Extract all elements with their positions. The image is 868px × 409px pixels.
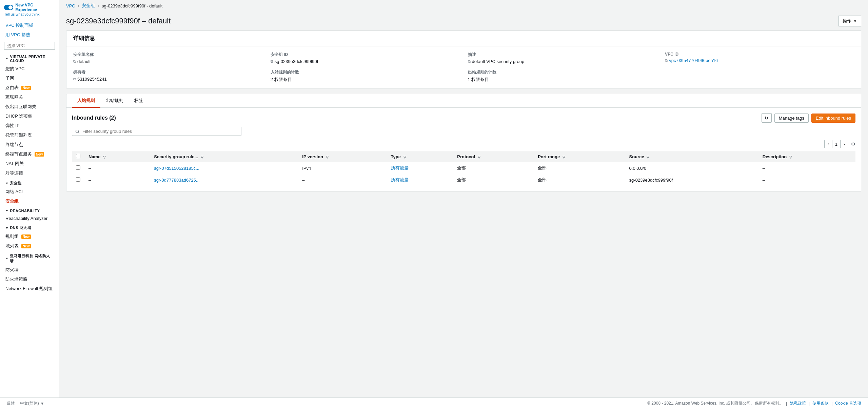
th-checkbox (72, 151, 84, 162)
new-vpc-subtitle-link[interactable]: Tell us what you think (4, 12, 55, 16)
th-port-range: Port range ▽ (534, 151, 625, 162)
manage-tags-button[interactable]: Manage tags (774, 114, 809, 123)
new-vpc-toggle[interactable] (4, 5, 13, 10)
detail-inbound-count-label: 入站规则的计数 (271, 69, 460, 75)
footer-divider-3: | (831, 401, 832, 406)
next-page-button[interactable]: › (840, 140, 848, 148)
tab-tags[interactable]: 标签 (129, 94, 149, 108)
sidebar-item-igw[interactable]: 互联网关 (0, 93, 59, 102)
owner-text: 531092545241 (77, 77, 107, 82)
sidebar-item-firewalls[interactable]: 防火墙 (0, 265, 59, 274)
row-type-0[interactable]: 所有流量 (387, 162, 453, 174)
sidebar-item-route-tables[interactable]: 路由表 New (0, 83, 59, 93)
refresh-icon: ↻ (765, 116, 768, 121)
footer-lang-selector[interactable]: 反馈 中文(简体) ▼ (7, 401, 44, 406)
sort-icon-source: ▽ (647, 155, 649, 159)
sidebar-item-rule-groups[interactable]: 规则组 New (0, 232, 59, 241)
actions-label: 操作 (843, 18, 851, 24)
rules-table: Name ▽ Security group rule... ▽ IP versi… (72, 151, 855, 186)
sidebar-item-eip[interactable]: 弹性 IP (0, 121, 59, 130)
refresh-button[interactable]: ↻ (762, 113, 772, 123)
th-protocol: Protocol ▽ (453, 151, 534, 162)
th-name: Name ▽ (84, 151, 150, 162)
actions-button[interactable]: 操作 ▼ (838, 16, 861, 26)
vpc-search (0, 40, 59, 52)
chevron-down-icon: ▼ (853, 19, 857, 23)
detail-outbound-count-value: 1 权限条目 (468, 77, 657, 83)
detail-sg-id-value: ⧉ sg-0239e3dcfc999f90f (271, 59, 460, 64)
rules-header: Inbound rules (2) ↻ Manage tags Edit inb… (72, 113, 855, 123)
sidebar-item-nacl[interactable]: 网络 ACL (0, 187, 59, 197)
footer: 反馈 中文(简体) ▼ © 2008 - 2021, Amazon Web Se… (0, 397, 868, 409)
table-row: – sgr-07d5150528185c... IPv4 所有流量 全部 全部 … (72, 162, 855, 174)
sidebar-item-prefix-lists[interactable]: 托管前缀列表 (0, 130, 59, 140)
badge-new-domain: New (21, 244, 31, 248)
sidebar-item-peering[interactable]: 对等连接 (0, 168, 59, 178)
prev-page-button[interactable]: ‹ (824, 140, 832, 148)
sidebar-item-security-groups[interactable]: 安全组 (0, 197, 59, 206)
detail-vpc-id-label: VPC ID (665, 52, 854, 57)
sidebar-item-your-vpcs[interactable]: 您的 VPC (0, 64, 59, 74)
sidebar-collapse-toggle[interactable]: ‹ (59, 195, 59, 203)
row-description-0: – (758, 162, 855, 174)
sidebar-item-endpoint-services[interactable]: 终端节点服务 New (0, 149, 59, 159)
detail-sg-id-label: 安全组 ID (271, 52, 460, 58)
rules-actions: ↻ Manage tags Edit inbound rules (762, 113, 855, 123)
tab-outbound-rules[interactable]: 出站规则 (100, 94, 129, 108)
row-ip-version-0: IPv4 (298, 162, 387, 174)
row-protocol-1: 全部 (453, 174, 534, 186)
edit-inbound-rules-button[interactable]: Edit inbound rules (811, 114, 855, 123)
description-text: default VPC security group (472, 59, 525, 64)
row-checkbox-0[interactable] (76, 165, 80, 170)
rules-section: Inbound rules (2) ↻ Manage tags Edit inb… (66, 108, 861, 191)
detail-description-value: ⧉ default VPC security group (468, 59, 657, 64)
copy-icon-sgid[interactable]: ⧉ (271, 59, 273, 64)
sidebar-item-vpc-dashboard[interactable]: VPC 控制面板 (0, 21, 59, 30)
copy-icon-desc[interactable]: ⧉ (468, 59, 471, 64)
sidebar-item-dhcp[interactable]: DHCP 选项集 (0, 111, 59, 121)
table-row: – sgr-0d777883ad6725... – 所有流量 全部 全部 sg-… (72, 174, 855, 186)
tab-inbound-rules[interactable]: 入站规则 (72, 94, 100, 108)
row-name-1: – (84, 174, 150, 186)
row-checkbox-1[interactable] (76, 177, 80, 182)
sidebar-item-domain-lists[interactable]: 域列表 New (0, 241, 59, 251)
footer-cookie-link[interactable]: Cookie 首选项 (835, 401, 861, 406)
breadcrumb-security-groups[interactable]: 安全组 (82, 3, 95, 9)
copy-icon-vpcid[interactable]: ⧉ (665, 58, 668, 63)
sidebar-item-reachability-analyzer[interactable]: Reachability Analyzer (0, 214, 59, 223)
vpc-id-link[interactable]: vpc-03f547704996bea16 (669, 58, 718, 63)
sidebar-item-egress-igw[interactable]: 仅出口互联网关 (0, 102, 59, 111)
copy-icon-owner[interactable]: ⧉ (73, 77, 76, 81)
detail-description-label: 描述 (468, 52, 657, 58)
select-all-checkbox[interactable] (76, 154, 80, 158)
sidebar-item-nat[interactable]: NAT 网关 (0, 159, 59, 168)
footer-privacy-link[interactable]: 隐私政策 (790, 401, 806, 406)
sidebar-item-endpoints[interactable]: 终端节点 (0, 140, 59, 149)
table-settings-icon[interactable]: ⚙ (851, 141, 855, 147)
vpc-search-input[interactable] (4, 42, 55, 50)
sidebar-nav: VPC 控制面板 用 VPC 筛选 VIRTUAL PRIVATE CLOUD … (0, 19, 59, 295)
lang-chevron-icon: ▼ (40, 401, 44, 406)
detail-description: 描述 ⧉ default VPC security group (468, 52, 657, 64)
details-grid: 安全组名称 ⧉ default 安全组 ID ⧉ sg-0239e3dcfc99… (73, 52, 854, 83)
rules-title: Inbound rules (2) (72, 115, 116, 121)
th-type: Type ▽ (387, 151, 453, 162)
filter-input[interactable] (72, 127, 241, 136)
row-description-1: – (758, 174, 855, 186)
th-description: Description ▽ (758, 151, 855, 162)
row-type-1[interactable]: 所有流量 (387, 174, 453, 186)
row-rule-id-1[interactable]: sgr-0d777883ad6725... (150, 174, 298, 186)
sidebar-section-security: 安全性 (0, 178, 59, 187)
sidebar-item-vpc-filter[interactable]: 用 VPC 筛选 (0, 30, 59, 40)
sidebar-item-network-firewall-rules[interactable]: Network Firewall 规则组 (0, 284, 59, 293)
breadcrumb-vpc[interactable]: VPC (66, 3, 75, 8)
sidebar-item-firewall-policy[interactable]: 防火墙策略 (0, 274, 59, 284)
footer-terms-link[interactable]: 使用条款 (812, 401, 829, 406)
sidebar-item-subnets[interactable]: 子网 (0, 74, 59, 83)
row-source-0: 0.0.0.0/0 (625, 162, 758, 174)
row-rule-id-0[interactable]: sgr-07d5150528185c... (150, 162, 298, 174)
detail-vpc-id: VPC ID ⧉ vpc-03f547704996bea16 (665, 52, 854, 64)
th-source: Source ▽ (625, 151, 758, 162)
copy-icon-sgname[interactable]: ⧉ (73, 59, 76, 64)
sort-icon-ruleid: ▽ (201, 155, 203, 159)
